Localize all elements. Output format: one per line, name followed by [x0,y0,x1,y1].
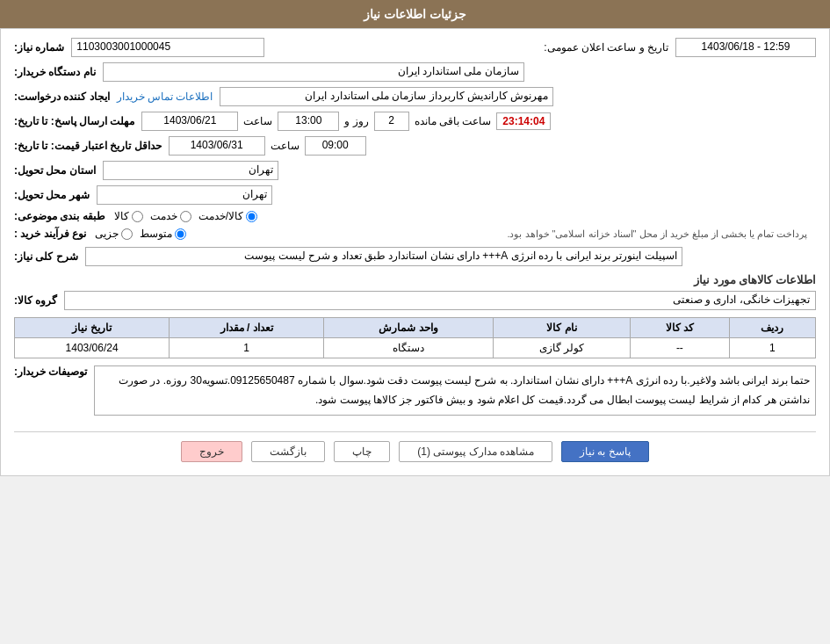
khorooj-button[interactable]: خروج [181,441,242,462]
col-kod-kala: کد کالا [631,318,730,338]
radio-kala-input[interactable] [132,211,143,222]
col-radif: ردیف [729,318,815,338]
namdastgah-label: نام دستگاه خریدار: [14,66,96,78]
farayand-desc: پرداخت تمام یا بخشی از مبلغ خرید از محل … [186,228,816,240]
row-tabaqebandi: کالا/خدمت خدمت کالا طبقه بندی موضوعی: [14,210,816,222]
footer-buttons: پاسخ به نیاز مشاهده مدارک پیوستی (1) چاپ… [14,431,816,467]
radio-kala-khedmat-input[interactable] [246,211,257,222]
radio-khedmat-label: خدمت [150,210,177,222]
col-vahed: واحد شمارش [324,318,494,338]
radio-kala-khedmat[interactable]: کالا/خدمت [198,210,257,222]
sharh-kolli-label: شرح کلی نیاز: [14,250,78,263]
cell-tedad: 1 [170,338,324,358]
group-kala-value: تجهیزات خانگی، اداری و صنعتی [64,291,816,310]
radio-jozi-label: جزیی [95,228,119,240]
tosaifat-value: حتما برند ایرانی باشد ولاغیر.با رده انرژ… [94,365,816,416]
mohlat-label: مهلت ارسال پاسخ: تا تاریخ: [14,115,134,127]
shomare-label: شماره نیاز: [14,41,64,54]
rooz-label: روز و [344,115,368,127]
page-title: جزئیات اطلاعات نیاز [364,7,466,21]
sharh-kolli-value: اسپیلت اینورتر برند ایرانی با رده انرژی … [85,247,682,266]
cell-namKala: کولر گازی [493,338,630,358]
row-ijadkonande: مهرنوش کاراندیش کاربرداز سازمان ملی استا… [14,87,816,106]
saat-mohlat-label: ساعت [243,115,272,127]
bazgasht-button[interactable]: بازگشت [251,441,325,462]
rooz-value: 2 [374,112,409,131]
namdastgah-value: سازمان ملی استاندارد ایران [103,62,524,82]
cell-radif: 1 [729,338,815,358]
row-shahr: تهران شهر محل تحویل: [14,185,816,205]
radio-kala[interactable]: کالا [114,210,143,222]
cell-vahedShomareh: دستگاه [324,338,494,358]
moshahede-button[interactable]: مشاهده مدارک پیوستی (1) [399,441,552,462]
noe-farayand-label: نوع فرآیند خرید : [14,228,86,240]
ijadkonande-value: مهرنوش کاراندیش کاربرداز سازمان ملی استا… [220,87,553,106]
radio-khedmat-input[interactable] [180,211,191,222]
radio-motavaset-label: متوسط [140,228,172,240]
table-row: 1--کولر گازیدستگاه11403/06/24 [15,338,816,358]
radio-jozi[interactable]: جزیی [95,228,133,240]
ostan-label: استان محل تحویل: [14,164,96,177]
ostan-value: تهران [103,161,278,180]
date-hadaqal-value: 1403/06/31 [169,136,265,156]
row-hadaqal: 09:00 ساعت 1403/06/31 حداقل تاریخ اعتبار… [14,136,816,156]
tarikh-value: 1403/06/18 - 12:59 [675,38,816,57]
shomare-value: 1103003001000045 [71,38,264,57]
kala-table: ردیف کد کالا نام کالا واحد شمارش تعداد /… [14,317,816,358]
cell-kodKala: -- [631,338,730,358]
tabaqebandi-radio-group: کالا/خدمت خدمت کالا [114,210,257,222]
pasakh-button[interactable]: پاسخ به نیاز [561,441,649,462]
farayand-radio-group: متوسط جزیی [95,228,186,240]
row-namdastgah: سازمان ملی استاندارد ایران نام دستگاه خر… [14,62,816,82]
col-nam-kala: نام کالا [493,318,630,338]
main-content: 1403/06/18 - 12:59 تاریخ و ساعت اعلان عم… [0,28,830,476]
radio-khedmat[interactable]: خدمت [150,210,191,222]
shomare-section: 1103003001000045 شماره نیاز: [14,38,264,57]
tarikh-section: 1403/06/18 - 12:59 تاریخ و ساعت اعلان عم… [537,38,816,57]
shahr-label: شهر محل تحویل: [14,189,90,201]
ettelaat-tamas-link[interactable]: اطلاعات تماس خریدار [117,90,213,103]
page-wrapper: جزئیات اطلاعات نیاز 1403/06/18 - 12:59 ت… [0,0,830,476]
cell-tarikh: 1403/06/24 [15,338,170,358]
tarikh-label: تاریخ و ساعت اعلان عمومی: [544,41,668,54]
page-header: جزئیات اطلاعات نیاز [0,0,830,28]
ettela'at-kala-title: اطلاعات کالاهای مورد نیاز [14,273,816,286]
hadaqal-label: حداقل تاریخ اعتبار قیمت: تا تاریخ: [14,140,162,152]
radio-kala-khedmat-label: کالا/خدمت [198,210,243,222]
tosaifat-label: توصیفات خریدار: [14,365,87,378]
date-mohlat-value: 1403/06/21 [141,112,238,131]
row-ostan: تهران استان محل تحویل: [14,161,816,180]
farayand-right: متوسط جزیی نوع فرآیند خرید : [14,228,186,240]
row-tosaifat: حتما برند ایرانی باشد ولاغیر.با رده انرژ… [14,365,816,423]
row-sharh-kolli: اسپیلت اینورتر برند ایرانی با رده انرژی … [14,247,816,266]
group-kala-label: گروه کالا: [14,294,57,307]
col-tarikh: تاریخ نیاز [15,318,170,338]
row-mohlat: 23:14:04 ساعت باقی مانده 2 روز و 13:00 س… [14,112,816,131]
radio-motavaset[interactable]: متوسط [140,228,186,240]
col-tedad: تعداد / مقدار [170,318,324,338]
saat-mohlat-value: 13:00 [278,112,339,131]
remaining-label: ساعت باقی مانده [415,115,492,127]
tabaqebandi-label: طبقه بندی موضوعی: [14,210,105,222]
row-shomare-tarikh: 1403/06/18 - 12:59 تاریخ و ساعت اعلان عم… [14,38,816,57]
radio-motavaset-input[interactable] [175,228,186,240]
radio-jozi-input[interactable] [121,228,133,240]
radio-kala-label: کالا [114,210,129,222]
chap-button[interactable]: چاپ [334,441,390,462]
shahr-value: تهران [97,185,272,205]
ijadkonande-label: ایجاد کننده درخواست: [14,90,110,103]
saat-hadaqal-value: 09:00 [305,136,366,156]
row-group-kala: تجهیزات خانگی، اداری و صنعتی گروه کالا: [14,291,816,310]
saat-hadaqal-label: ساعت [271,140,300,152]
row-noe-farayand: پرداخت تمام یا بخشی از مبلغ خرید از محل … [14,228,816,240]
timer-value: 23:14:04 [496,112,551,130]
